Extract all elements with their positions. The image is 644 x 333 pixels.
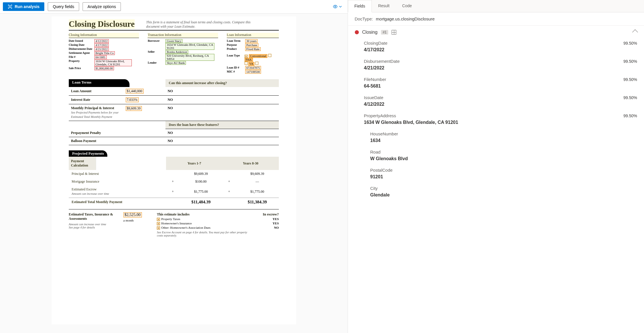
field-confidence: 99.50% xyxy=(624,77,637,82)
loan-terms-header: Loan Terms xyxy=(69,79,130,87)
run-analysis-label: Run analysis xyxy=(15,4,39,9)
scan-icon xyxy=(8,4,12,9)
doctype-label: DocType: xyxy=(355,16,373,21)
field-property: 1634 W Glenoaks Blvd, Glendale, CA 91201 xyxy=(94,59,132,66)
field-settlement-agent: Bright Title Co xyxy=(94,51,115,55)
field-name: ClosingDate xyxy=(364,41,624,46)
field-purpose: Purchase xyxy=(245,43,258,47)
field-value: 91201 xyxy=(370,174,637,179)
field-IssueDate[interactable]: IssueDate99.50%4/12/2022 xyxy=(348,93,644,111)
field-value: W Glenoaks Blvd xyxy=(370,156,637,161)
eye-icon xyxy=(333,4,338,9)
view-toggle[interactable] xyxy=(330,3,345,10)
field-seller-name: Bonita Anderson xyxy=(165,50,188,54)
subfield-HouseNumber[interactable]: HouseNumber1634 xyxy=(348,130,644,148)
chevron-down-icon xyxy=(338,5,342,9)
doctype-row: DocType: mortgage.us.closingDisclosure xyxy=(348,12,644,26)
closing-info-header: Closing Information xyxy=(69,33,139,38)
field-file-no: 64-5681 xyxy=(94,55,107,59)
document-title: Closing Disclosure xyxy=(69,19,135,29)
subfield-PostalCode[interactable]: PostalCode91201 xyxy=(348,166,644,184)
field-closing-date: 4/17/2022 xyxy=(94,43,109,47)
projected-payments-header: Projected Payments xyxy=(69,150,108,157)
toolbar: Run analysis Query fields Analyze option… xyxy=(0,0,348,14)
field-product: Fixed Rate xyxy=(245,47,261,51)
tab-result[interactable]: Result xyxy=(372,0,396,12)
field-loan-amount: $1,440,000 xyxy=(126,89,144,94)
field-mic: 147188500 xyxy=(245,70,261,74)
field-mpi: $9,609.39 xyxy=(126,106,142,111)
field-DisbursementDate[interactable]: DisbursementDate99.50%4/21/2022 xyxy=(348,57,644,75)
field-FileNumber[interactable]: FileNumber99.50%64-5681 xyxy=(348,75,644,93)
field-name: PropertyAddress xyxy=(364,113,624,118)
doctype-value: mortgage.us.closingDisclosure xyxy=(376,16,435,21)
field-interest-rate: 7.033% xyxy=(126,97,139,102)
field-loan-id: 672047875 xyxy=(245,66,261,70)
field-value: 4/21/2022 xyxy=(364,65,637,71)
group-name: Closing xyxy=(362,30,378,35)
field-borrower-addr: 1634 W Glenoaks Blvd, Glendale, CA 91201 xyxy=(165,43,214,50)
document-page: Closing Disclosure This form is a statem… xyxy=(52,16,296,324)
field-confidence: 99.50% xyxy=(624,41,637,46)
field-seller-addr: 920 University Blvd, Rexburg, CA 94954 xyxy=(165,54,214,61)
field-lender: Skye AU Bank xyxy=(165,61,186,65)
tab-code[interactable]: Code xyxy=(396,0,418,12)
field-sale-price: $1,800,000.00 xyxy=(94,67,114,70)
group-color-icon xyxy=(355,30,359,34)
field-confidence: 99.50% xyxy=(624,59,637,64)
tab-fields[interactable]: Fields xyxy=(348,0,372,12)
svg-rect-0 xyxy=(9,6,11,7)
table-icon[interactable] xyxy=(392,30,396,35)
loan-info-header: Loan Information xyxy=(227,33,279,38)
field-name: Road xyxy=(370,150,637,154)
field-name: IssueDate xyxy=(364,95,624,100)
document-subtitle: This form is a statement of final loan t… xyxy=(146,20,256,29)
field-value: 1634 W Glenoaks Blvd, Glendale, CA 91201 xyxy=(364,120,637,125)
field-value: Glendale xyxy=(370,192,637,198)
chevron-up-icon xyxy=(632,29,638,35)
field-value: 4/17/2022 xyxy=(364,47,637,52)
subfield-City[interactable]: CityGlendale xyxy=(348,184,644,202)
field-PropertyAddress[interactable]: PropertyAddress99.50%1634 W Glenoaks Blv… xyxy=(348,111,644,130)
field-name: FileNumber xyxy=(364,77,624,82)
field-name: City xyxy=(370,186,637,191)
field-ClosingDate[interactable]: ClosingDate99.50%4/17/2022 xyxy=(348,39,644,57)
tabs: Fields Result Code xyxy=(348,0,644,12)
field-name: DisbursementDate xyxy=(364,59,624,64)
field-value: 4/12/2022 xyxy=(364,102,637,107)
group-closing[interactable]: Closing #1 xyxy=(348,26,644,39)
svg-point-1 xyxy=(335,6,336,7)
document-viewport[interactable]: Closing Disclosure This form is a statem… xyxy=(0,14,348,333)
group-badge: #1 xyxy=(381,30,388,35)
document-pane: Run analysis Query fields Analyze option… xyxy=(0,0,348,333)
field-disbursement-date: 4/21/2022 xyxy=(94,47,109,51)
loan-terms-question: Can this amount increase after closing? xyxy=(165,79,279,87)
field-date-issued: 4/12/2022 xyxy=(94,39,109,43)
field-loan-term: 30 years xyxy=(245,39,258,43)
analyze-options-button[interactable]: Analyze options xyxy=(83,2,121,11)
field-etia-amount: $2,525.00 xyxy=(123,212,142,217)
fields-scroll[interactable]: DocType: mortgage.us.closingDisclosure C… xyxy=(348,12,644,333)
results-pane: Fields Result Code DocType: mortgage.us.… xyxy=(348,0,644,333)
query-fields-button[interactable]: Query fields xyxy=(48,2,79,11)
field-name: PostalCode xyxy=(370,168,637,173)
subfield-Road[interactable]: RoadW Glenoaks Blvd xyxy=(348,148,644,166)
field-value: 64-5681 xyxy=(364,84,637,89)
field-value: 1634 xyxy=(370,138,637,143)
field-confidence: 99.50% xyxy=(624,113,637,118)
field-confidence: 99.50% xyxy=(624,95,637,100)
field-borrower-name: Gwen Stacy xyxy=(165,39,182,43)
field-name: HouseNumber xyxy=(370,131,637,136)
transaction-info-header: Transaction Information xyxy=(148,33,218,38)
run-analysis-button[interactable]: Run analysis xyxy=(3,2,44,11)
